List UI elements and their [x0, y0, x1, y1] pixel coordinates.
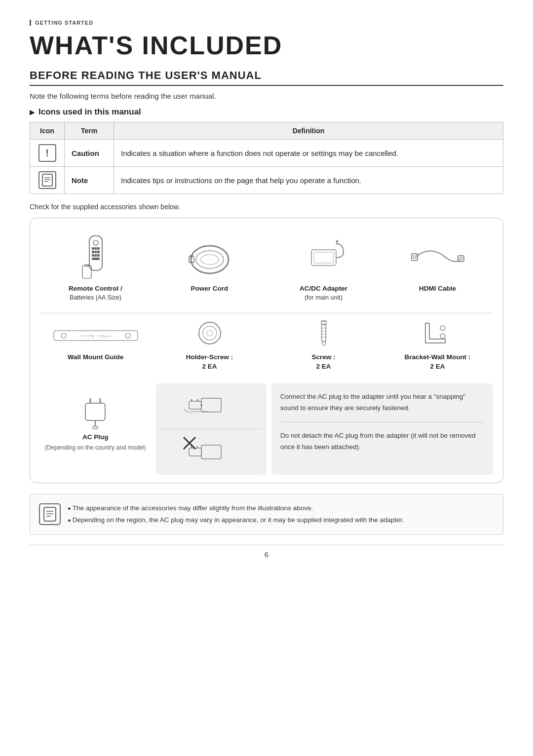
svg-rect-7 — [94, 247, 97, 250]
svg-rect-9 — [92, 251, 94, 253]
accessory-acdc-adapter: AC/DC Adapter (for main unit) — [268, 231, 379, 306]
svg-point-46 — [440, 326, 445, 331]
svg-rect-28 — [413, 255, 417, 259]
acdc-adapter-image — [297, 235, 351, 279]
svg-point-47 — [440, 334, 445, 339]
remote-label: Remote Control / — [69, 284, 122, 294]
caution-term: Caution — [65, 140, 114, 167]
wall-mount-label: Wall Mount Guide — [68, 353, 123, 362]
table-header-term: Term — [65, 122, 114, 140]
svg-rect-15 — [92, 258, 100, 260]
note-term: Note — [65, 167, 114, 194]
accessory-power-cord: Power Cord — [154, 231, 265, 306]
accessory-holder-screw: Holder-Screw : 2 EA — [154, 318, 265, 376]
ac-plug-image — [76, 388, 115, 433]
wall-mount-image: C TYPE : 780mm — [51, 318, 140, 348]
svg-point-20 — [201, 255, 219, 265]
divider — [40, 313, 493, 313]
plug-instructions-images — [156, 383, 267, 475]
connect-instruction: Connect the AC plug to the adapter until… — [280, 391, 484, 422]
screw-label: Screw : — [311, 353, 335, 362]
note-bullet-2: Depending on the region, the AC plug may… — [68, 514, 404, 526]
holder-screw-qty: 2 EA — [202, 362, 217, 372]
bracket-image — [418, 318, 457, 348]
svg-point-32 — [61, 333, 66, 338]
svg-rect-10 — [94, 251, 97, 253]
svg-rect-12 — [92, 254, 94, 257]
caution-icon: ! — [38, 144, 56, 162]
acdc-sublabel: (for main unit) — [305, 294, 343, 302]
accessories-intro: Check for the supplied accessories shown… — [30, 203, 503, 211]
note-definition: Indicates tips or instructions on the pa… — [114, 167, 503, 194]
before-reading-subtitle: Note the following terms before reading … — [30, 92, 503, 100]
svg-rect-14 — [97, 254, 100, 257]
page-title: WHAT'S INCLUDED — [30, 31, 503, 60]
svg-rect-30 — [459, 257, 463, 261]
svg-point-19 — [196, 251, 224, 268]
bracket-qty: 2 EA — [430, 362, 445, 372]
accessory-wall-mount: C TYPE : 780mm Wall Mount Guide — [40, 318, 151, 366]
note-box: The appearance of the accessories may di… — [30, 494, 503, 535]
note-icon — [38, 171, 56, 189]
svg-rect-48 — [85, 403, 105, 420]
power-cord-label: Power Cord — [191, 284, 228, 294]
holder-screw-label: Holder-Screw : — [186, 353, 233, 362]
detach-instruction: Do not detach the AC plug from the adapt… — [280, 430, 484, 453]
svg-point-36 — [203, 326, 217, 340]
svg-point-33 — [125, 333, 130, 338]
page-number: 6 — [30, 545, 503, 559]
svg-rect-53 — [201, 398, 221, 412]
remote-sublabel: Batteries (AA Size) — [70, 294, 121, 302]
accessory-hdmi-cable: HDMI Cable — [382, 231, 493, 306]
svg-rect-8 — [97, 247, 100, 250]
svg-rect-40 — [322, 324, 326, 341]
accessories-grid-top: Remote Control / Batteries (AA Size) Pow… — [40, 231, 493, 306]
accessory-bracket: Bracket-Wall Mount : 2 EA — [382, 318, 493, 376]
svg-rect-64 — [44, 507, 56, 521]
table-header-definition: Definition — [114, 122, 503, 140]
svg-rect-25 — [314, 252, 334, 263]
plug-instructions-text: Connect the AC plug to the adapter until… — [271, 383, 493, 475]
table-row: ! Caution Indicates a situation where a … — [30, 140, 503, 167]
note-icon-large — [39, 503, 61, 525]
svg-point-5 — [93, 240, 98, 245]
svg-text:C TYPE : 780mm: C TYPE : 780mm — [80, 334, 111, 339]
accessory-remote-control: Remote Control / Batteries (AA Size) — [40, 231, 151, 306]
remote-control-image — [78, 235, 113, 279]
svg-point-18 — [191, 246, 228, 273]
hdmi-cable-image — [411, 235, 465, 279]
screw-qty: 2 EA — [316, 362, 331, 372]
bracket-label: Bracket-Wall Mount : — [405, 353, 471, 362]
svg-rect-13 — [94, 254, 97, 257]
acdc-label: AC/DC Adapter — [300, 284, 347, 294]
ac-plug-label: AC Plug — [82, 433, 109, 442]
svg-point-37 — [207, 330, 213, 336]
screw-image — [304, 318, 343, 348]
icons-heading: Icons used in this manual — [30, 107, 503, 117]
svg-point-35 — [199, 322, 221, 344]
accessory-screw: Screw : 2 EA — [268, 318, 379, 376]
section-label: GETTING STARTED — [30, 20, 503, 26]
svg-rect-58 — [201, 445, 221, 459]
table-row: Note Indicates tips or instructions on t… — [30, 167, 503, 194]
before-reading-title: BEFORE READING THE USER'S MANUAL — [30, 69, 503, 86]
ac-plug-section: AC Plug (Depending on the country and mo… — [40, 383, 151, 475]
power-cord-image — [185, 235, 234, 279]
svg-rect-11 — [97, 251, 100, 253]
svg-marker-45 — [322, 341, 326, 345]
table-header-icon: Icon — [30, 122, 65, 140]
caution-definition: Indicates a situation where a function d… — [114, 140, 503, 167]
svg-rect-0 — [42, 174, 52, 186]
note-bullet-1: The appearance of the accessories may di… — [68, 502, 404, 514]
accessories-box: Remote Control / Batteries (AA Size) Pow… — [30, 218, 503, 483]
icons-table: Icon Term Definition ! Caution Indicates… — [30, 122, 503, 194]
hdmi-label: HDMI Cable — [419, 284, 456, 294]
holder-screw-image — [190, 318, 229, 348]
svg-rect-52 — [93, 426, 98, 429]
note-bullets: The appearance of the accessories may di… — [68, 502, 404, 527]
svg-rect-54 — [189, 401, 201, 409]
ac-plug-note: (Depending on the country and model) — [45, 444, 146, 451]
svg-rect-6 — [92, 247, 94, 250]
